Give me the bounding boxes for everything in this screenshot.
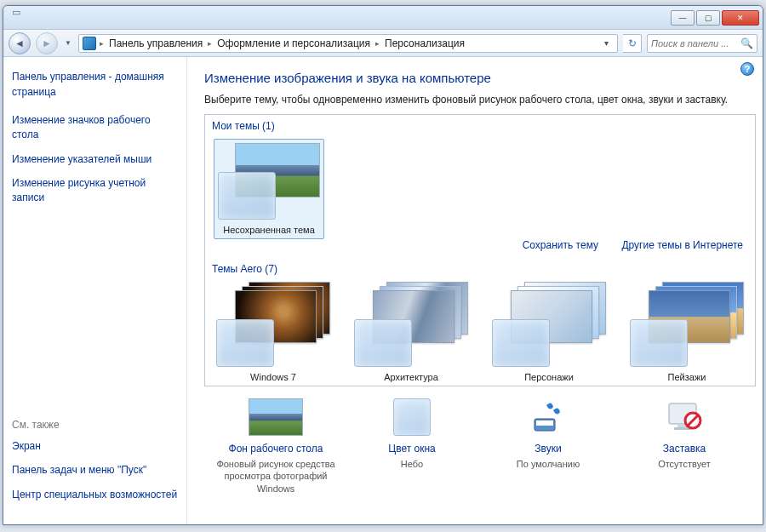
- desktop-background-icon: [249, 398, 303, 436]
- search-field[interactable]: [651, 38, 740, 49]
- theme-actions: Сохранить тему Другие темы в Интернете: [205, 239, 755, 258]
- theme-label: Несохраненная тема: [218, 225, 320, 235]
- control-panel-home-link[interactable]: Панель управления - домашняя страница: [12, 69, 178, 100]
- desktop-background-link: Фон рабочего стола: [212, 443, 340, 455]
- search-input[interactable]: 🔍: [647, 34, 757, 53]
- themes-panel: Мои темы (1) Несохраненная тема Сохранит…: [204, 114, 756, 386]
- crumb-appearance[interactable]: Оформление и персонализация: [215, 37, 372, 49]
- breadcrumb-dropdown-icon[interactable]: ▾: [598, 38, 614, 48]
- more-themes-online-link[interactable]: Другие темы в Интернете: [621, 239, 743, 251]
- crumb-personalization[interactable]: Персонализация: [383, 37, 466, 49]
- window-color-icon: [393, 398, 431, 436]
- desktop-background-value: Фоновый рисунок средства просмотра фотог…: [212, 458, 340, 495]
- forward-button[interactable]: ►: [36, 32, 58, 54]
- window-color-value: Небо: [348, 458, 476, 470]
- address-bar: ◄ ► ▼ ▸ Панель управления ▸ Оформление и…: [3, 30, 763, 57]
- screensaver-value: Отсутствует: [620, 458, 748, 470]
- window-caption: ▭: [12, 7, 20, 18]
- window: ▭ — ▢ ✕ ◄ ► ▼ ▸ Панель управления ▸ Офор…: [3, 5, 763, 525]
- my-themes-area: Несохраненная тема: [205, 135, 755, 239]
- search-icon: 🔍: [740, 37, 753, 49]
- breadcrumb[interactable]: ▸ Панель управления ▸ Оформление и персо…: [78, 34, 618, 53]
- sidebar-link-account-picture[interactable]: Изменение рисунка учетной записи: [12, 176, 178, 205]
- my-themes-label: Мои темы (1): [205, 115, 755, 135]
- chevron-right-icon: ▸: [375, 39, 380, 48]
- chevron-right-icon: ▸: [100, 39, 104, 48]
- svg-rect-1: [536, 420, 553, 426]
- window-color-setting[interactable]: Цвет окна Небо: [348, 397, 476, 495]
- sidebar-link-ease-of-access[interactable]: Центр специальных возможностей: [12, 488, 178, 502]
- sounds-link: Звуки: [484, 443, 612, 455]
- help-icon[interactable]: ?: [740, 62, 754, 76]
- maximize-button[interactable]: ▢: [696, 10, 720, 26]
- refresh-button[interactable]: ↻: [623, 34, 642, 53]
- see-also-label: См. также: [12, 419, 178, 431]
- theme-landscapes[interactable]: Пейзажи: [629, 282, 745, 386]
- page-subtext: Выберите тему, чтобы одновременно измени…: [204, 94, 756, 106]
- sounds-value: По умолчанию: [484, 458, 612, 470]
- crumb-control-panel[interactable]: Панель управления: [107, 37, 204, 49]
- sidebar-link-desktop-icons[interactable]: Изменение значков рабочего стола: [12, 113, 178, 142]
- bottom-settings: Фон рабочего стола Фоновый рисунок средс…: [204, 386, 756, 495]
- sidebar: Панель управления - домашняя страница Из…: [3, 57, 187, 524]
- theme-window-color-thumb: [218, 172, 276, 220]
- screensaver-link: Заставка: [620, 443, 748, 455]
- body: Панель управления - домашняя страница Из…: [3, 57, 763, 524]
- theme-windows7[interactable]: Windows 7: [215, 282, 331, 386]
- theme-characters[interactable]: Персонажи: [491, 282, 607, 386]
- desktop-background-setting[interactable]: Фон рабочего стола Фоновый рисунок средс…: [212, 397, 340, 495]
- screensaver-setting[interactable]: Заставка Отсутствует: [620, 397, 748, 495]
- sidebar-link-taskbar[interactable]: Панель задач и меню "Пуск": [12, 463, 178, 478]
- sidebar-link-mouse-pointers[interactable]: Изменение указателей мыши: [12, 152, 178, 167]
- theme-unsaved[interactable]: Несохраненная тема: [214, 139, 324, 239]
- titlebar: ▭ — ▢ ✕: [3, 6, 763, 30]
- sounds-icon: [521, 397, 575, 438]
- chevron-right-icon: ▸: [208, 39, 212, 48]
- save-theme-link[interactable]: Сохранить тему: [523, 239, 598, 251]
- aero-themes-area: Windows 7 Архитектура Персонажи Пейзажи: [205, 278, 755, 386]
- nav-history-dropdown[interactable]: ▼: [63, 32, 73, 54]
- main-content: ? Изменение изображения и звука на компь…: [187, 57, 763, 524]
- sounds-setting[interactable]: Звуки По умолчанию: [484, 397, 612, 495]
- theme-architecture[interactable]: Архитектура: [353, 282, 469, 386]
- close-button[interactable]: ✕: [722, 10, 759, 26]
- sidebar-link-display[interactable]: Экран: [12, 439, 178, 454]
- minimize-button[interactable]: —: [671, 10, 695, 26]
- screensaver-icon: [657, 397, 712, 438]
- control-panel-icon: [83, 37, 96, 50]
- window-color-link: Цвет окна: [348, 443, 476, 455]
- aero-themes-label: Темы Aero (7): [205, 258, 755, 278]
- page-title: Изменение изображения и звука на компьют…: [204, 71, 756, 85]
- back-button[interactable]: ◄: [9, 32, 31, 54]
